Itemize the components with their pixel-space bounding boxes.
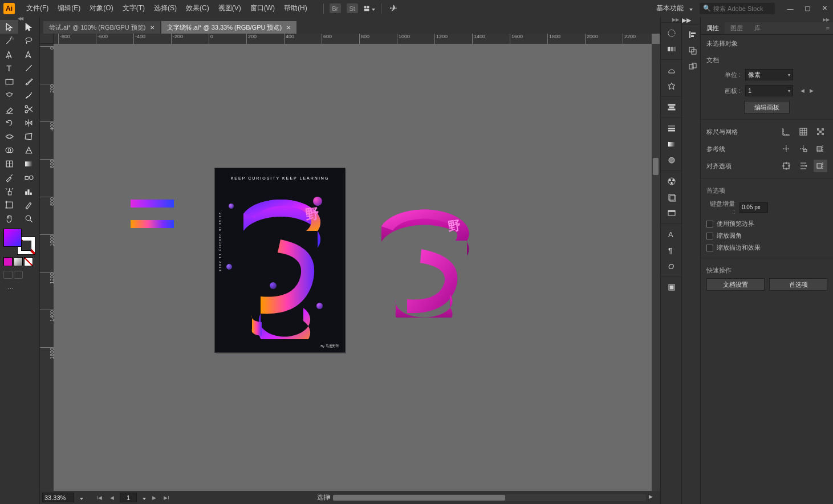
blob-brush-tool[interactable] (20, 88, 38, 102)
guides-visibility-icon[interactable] (779, 143, 793, 155)
grid-icon[interactable] (797, 125, 810, 138)
zoom-dropdown[interactable] (78, 494, 83, 501)
swatches-panel-icon[interactable] (661, 173, 682, 189)
cloud-icon[interactable]: ✈ (387, 3, 399, 13)
panel-menu-icon[interactable]: ≡ (823, 22, 833, 34)
mesh-tool[interactable] (0, 157, 18, 170)
screen-mode-full[interactable] (14, 271, 23, 279)
brushes-panel-icon[interactable] (661, 62, 682, 78)
close-icon[interactable]: ✕ (286, 25, 291, 31)
pen-tool[interactable] (0, 47, 18, 61)
graphic-styles-icon[interactable] (661, 205, 682, 221)
first-artboard-button[interactable]: I◀ (95, 494, 104, 502)
paintbrush-tool[interactable] (20, 75, 38, 88)
use-preview-bounds-checkbox[interactable]: 使用预览边界 (706, 220, 827, 228)
blend-tool[interactable] (20, 170, 38, 184)
lasso-tool[interactable] (20, 34, 38, 47)
eraser-tool[interactable] (0, 102, 18, 116)
scissors-tool[interactable] (20, 102, 38, 116)
reflect-tool[interactable] (20, 116, 38, 129)
gradient-swatch-2[interactable] (131, 220, 174, 228)
artboard-number-input[interactable] (120, 493, 137, 502)
units-select[interactable]: 像素▾ (745, 69, 793, 80)
color-mode-gradient[interactable] (14, 257, 23, 266)
appearance-panel-icon[interactable] (661, 189, 682, 205)
scale-corners-checkbox[interactable]: 缩放圆角 (706, 231, 827, 240)
rectangle-tool[interactable] (0, 75, 18, 88)
vscroll-thumb[interactable] (653, 158, 659, 175)
key-increment-input[interactable] (739, 202, 768, 213)
character-panel-icon[interactable]: A (661, 226, 682, 242)
artboard-1[interactable]: KEEP CURIOSITY KEEP LEARNING 21:30 in Ja… (215, 168, 345, 352)
shape-builder-tool[interactable] (0, 143, 18, 157)
fill-stroke-swatch[interactable] (3, 229, 35, 255)
last-artboard-button[interactable]: ▶I (162, 494, 171, 502)
menu-help[interactable]: 帮助(H) (279, 0, 312, 17)
menu-object[interactable]: 对象(O) (85, 0, 117, 17)
dock-grip[interactable]: ▶▶ (661, 17, 681, 22)
next-artboard-button[interactable]: ▶ (149, 494, 159, 502)
menu-edit[interactable]: 编辑(E) (53, 0, 85, 17)
offcanvas-shape[interactable]: 野 (364, 204, 478, 318)
fill-swatch[interactable] (3, 229, 22, 247)
symbol-sprayer-tool[interactable] (0, 184, 18, 198)
doctab-0[interactable]: 尝试.ai* @ 100% (RGB/GPU 预览) ✕ (43, 21, 160, 34)
slice-tool[interactable] (20, 198, 38, 212)
artboard-dropdown[interactable] (140, 494, 146, 501)
snap-pixel-icon[interactable] (779, 160, 793, 172)
edit-toolbar[interactable]: ⋯ (3, 283, 17, 295)
snap-grid-icon[interactable] (814, 160, 827, 172)
maximize-button[interactable]: ▢ (799, 2, 816, 15)
viewport[interactable]: KEEP CURIOSITY KEEP LEARNING 21:30 in Ja… (54, 44, 652, 491)
transparency-grid-icon[interactable] (814, 125, 827, 138)
gradient-tool[interactable] (20, 157, 38, 170)
stock-icon[interactable]: St (347, 3, 358, 13)
asset-export-icon[interactable] (661, 279, 682, 295)
search-stock[interactable]: 🔍 (700, 3, 775, 14)
prev-artboard-button[interactable]: ◀ (107, 494, 116, 502)
menu-type[interactable]: 文字(T) (118, 0, 149, 17)
horizontal-scrollbar[interactable]: ◀ ▶ (333, 494, 646, 501)
bridge-icon[interactable]: Br (330, 3, 341, 13)
opentype-panel-icon[interactable]: O (661, 258, 682, 274)
menu-select[interactable]: 选择(S) (149, 0, 181, 17)
screen-mode-normal[interactable] (3, 271, 13, 279)
hscroll-thumb[interactable] (333, 495, 505, 501)
preferences-button[interactable]: 首选项 (769, 278, 827, 291)
menu-effect[interactable]: 效果(C) (181, 0, 214, 17)
width-tool[interactable] (0, 129, 18, 143)
zoom-input[interactable] (42, 493, 74, 502)
color-guide-icon[interactable] (661, 41, 682, 57)
menu-view[interactable]: 视图(V) (214, 0, 246, 17)
color-mode-none[interactable] (24, 257, 33, 266)
tab-properties[interactable]: 属性 (701, 22, 725, 34)
shaper-tool[interactable] (0, 88, 18, 102)
eyedropper-tool[interactable] (0, 170, 18, 184)
next-artboard-icon[interactable]: ▶ (807, 87, 816, 95)
ruler-horizontal[interactable]: -800-600-400-200020040060080010001200140… (54, 34, 652, 44)
doctab-1[interactable]: 文字绕转.ai* @ 33.33% (RGB/GPU 预览) ✕ (161, 21, 296, 34)
perspective-tool[interactable] (20, 143, 38, 157)
workspace-selector[interactable]: 基本功能 (656, 3, 693, 13)
direct-selection-tool[interactable] (20, 20, 38, 34)
curvature-tool[interactable] (20, 47, 38, 61)
edit-artboards-button[interactable]: 编辑画板 (744, 101, 790, 113)
artboard-tool[interactable] (0, 198, 18, 212)
panel-grip[interactable]: ▶▶ (701, 17, 833, 22)
prev-artboard-icon[interactable]: ◀ (798, 87, 807, 95)
ruler-vertical[interactable]: 02004006008001000120014001600 (40, 44, 54, 491)
stroke-panel-icon[interactable] (661, 120, 682, 136)
menu-window[interactable]: 窗口(W) (246, 0, 279, 17)
minimize-button[interactable]: — (782, 2, 799, 15)
document-setup-button[interactable]: 文档设置 (706, 278, 765, 291)
transparency-panel-icon[interactable] (661, 152, 682, 168)
color-panel-icon[interactable] (661, 25, 682, 41)
paragraph-panel-icon[interactable]: ¶ (661, 242, 682, 258)
smart-guides-icon[interactable] (814, 143, 827, 155)
ruler-origin[interactable] (40, 34, 54, 44)
symbols-panel-icon[interactable] (661, 78, 682, 94)
tab-layers[interactable]: 图层 (725, 22, 749, 34)
snap-point-icon[interactable] (797, 160, 810, 172)
zoom-tool[interactable] (20, 212, 38, 225)
close-icon[interactable]: ✕ (150, 25, 155, 31)
